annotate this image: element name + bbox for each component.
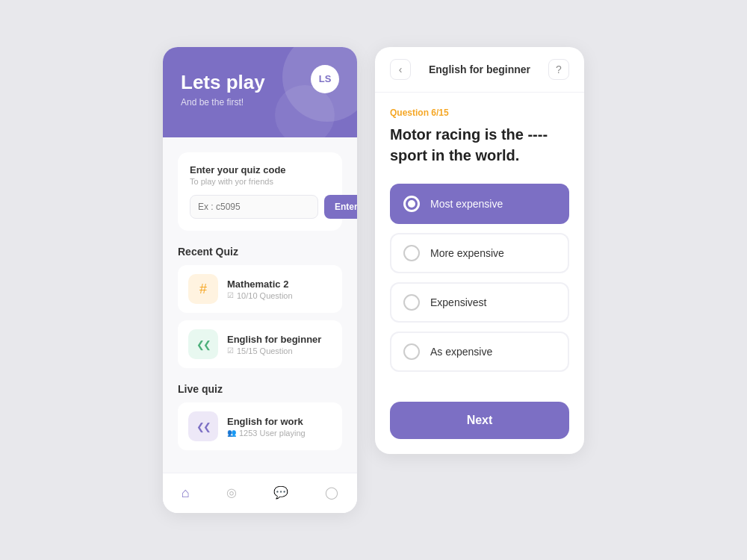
quiz-code-enter-button[interactable]: Enter xyxy=(324,195,357,219)
answer-text-3: Expensivest xyxy=(430,296,486,308)
nav-item-profile[interactable]: ◯ xyxy=(316,482,347,504)
home-icon: ⌂ xyxy=(182,485,190,501)
quiz-item-info-english: English for beginner ☑ 15/15 Question xyxy=(227,334,332,355)
answer-text-2: More expensive xyxy=(430,247,504,259)
radio-unselected-4 xyxy=(403,343,420,360)
bottom-nav: ⌂ ◎ 💬 ◯ xyxy=(163,473,357,513)
quiz-icon-work: ❮❮ xyxy=(188,411,218,441)
quiz-item-meta-math: ☑ 10/10 Question xyxy=(227,291,332,300)
recent-quiz-section-title: Recent Quiz xyxy=(178,246,342,258)
question-label: Question 6/15 xyxy=(390,108,569,118)
quiz-code-input[interactable] xyxy=(190,195,318,219)
left-header: Lets play And be the first! LS xyxy=(163,47,357,137)
quiz-icon-math: # xyxy=(188,274,218,304)
chat-icon: 💬 xyxy=(273,485,288,500)
answer-option-3[interactable]: Expensivest xyxy=(390,282,569,323)
left-card: Lets play And be the first! LS Enter you… xyxy=(163,47,357,513)
quiz-item-meta-work: 👥 1253 User playing xyxy=(227,429,332,438)
quiz-item-info-work: English for work 👥 1253 User playing xyxy=(227,416,332,438)
quiz-item-meta-english: ☑ 15/15 Question xyxy=(227,346,332,355)
nav-item-chat[interactable]: 💬 xyxy=(264,482,297,504)
profile-icon: ◯ xyxy=(325,485,338,500)
quiz-code-subtitle: To play with yor friends xyxy=(190,177,330,186)
quiz-item-name-english: English for beginner xyxy=(227,334,332,345)
quiz-meta-text-work: 1253 User playing xyxy=(239,429,306,438)
quiz-code-input-row: Enter xyxy=(190,195,330,219)
radio-selected-1 xyxy=(403,196,420,212)
help-button[interactable]: ? xyxy=(548,59,569,80)
quiz-meta-icon-english: ☑ xyxy=(227,346,234,355)
left-body: Enter your quiz code To play with yor fr… xyxy=(163,137,357,473)
right-card: ‹ English for beginner ? Question 6/15 M… xyxy=(375,47,584,454)
answer-text-1: Most expensive xyxy=(430,198,503,210)
right-card-header: ‹ English for beginner ? xyxy=(375,47,584,93)
quiz-icon-english-beginner: ❮❮ xyxy=(188,329,218,359)
quiz-item-info-math: Mathematic 2 ☑ 10/10 Question xyxy=(227,279,332,300)
right-card-body: Question 6/15 Motor racing is the ---- s… xyxy=(375,93,584,396)
nav-item-bulb[interactable]: ◎ xyxy=(217,482,246,504)
quiz-meta-text-math: 10/10 Question xyxy=(237,291,293,300)
quiz-code-section: Enter your quiz code To play with yor fr… xyxy=(178,152,342,231)
back-button[interactable]: ‹ xyxy=(390,59,411,80)
answer-text-4: As expensive xyxy=(430,346,492,358)
app-container: Lets play And be the first! LS Enter you… xyxy=(133,17,614,543)
question-text: Motor racing is the ---- sport in the wo… xyxy=(390,124,569,166)
quiz-item-name-work: English for work xyxy=(227,416,332,427)
quiz-item-name-math: Mathematic 2 xyxy=(227,279,332,290)
bulb-icon: ◎ xyxy=(226,485,237,500)
quiz-meta-icon-math: ☑ xyxy=(227,291,234,299)
radio-unselected-2 xyxy=(403,245,420,261)
radio-unselected-3 xyxy=(403,294,420,311)
nav-item-home[interactable]: ⌂ xyxy=(173,482,199,504)
quiz-item-english-beginner[interactable]: ❮❮ English for beginner ☑ 15/15 Question xyxy=(178,320,342,368)
quiz-item-math[interactable]: # Mathematic 2 ☑ 10/10 Question xyxy=(178,265,342,313)
next-button[interactable]: Next xyxy=(390,402,569,439)
quiz-meta-text-english: 15/15 Question xyxy=(237,346,293,355)
quiz-item-work[interactable]: ❮❮ English for work 👥 1253 User playing xyxy=(178,402,342,450)
quiz-code-title: Enter your quiz code xyxy=(190,164,330,175)
right-header-title: English for beginner xyxy=(429,63,530,75)
answer-option-4[interactable]: As expensive xyxy=(390,332,569,372)
live-quiz-section-title: Live quiz xyxy=(178,383,342,395)
avatar: LS xyxy=(311,65,339,93)
answer-option-2[interactable]: More expensive xyxy=(390,233,569,273)
answer-option-1[interactable]: Most expensive xyxy=(390,184,569,224)
quiz-meta-icon-work: 👥 xyxy=(227,429,236,437)
live-quiz-section: Live quiz ❮❮ English for work 👥 1253 Use… xyxy=(178,383,342,450)
